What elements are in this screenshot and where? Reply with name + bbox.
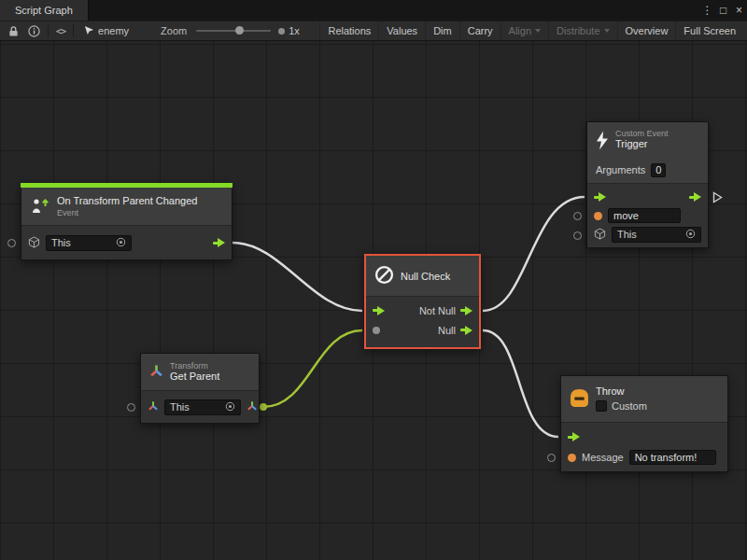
graph-toolbar: <> enemy Zoom 1x Relations Values Dim Ca… <box>0 21 747 41</box>
zoom-reset-dot[interactable] <box>278 28 285 35</box>
flow-output-port[interactable] <box>689 192 701 203</box>
node-get-parent[interactable]: Transform Get Parent This <box>140 353 260 424</box>
wire-getparent-to-nullcheck[interactable] <box>263 330 362 407</box>
lightning-bolt-icon <box>596 131 609 152</box>
throw-icon <box>570 389 589 409</box>
message-port-label: Message <box>582 452 624 463</box>
node-body: Message No transform! <box>561 423 727 471</box>
node-category: Custom Event <box>615 129 669 138</box>
script-graph-window: Script Graph ⋮ □ × <> enemy Zoom 1x <box>0 0 747 560</box>
flow-input-port[interactable] <box>373 305 385 315</box>
string-input-dot-port[interactable] <box>568 454 576 462</box>
flow-input-port[interactable] <box>594 192 606 203</box>
info-icon[interactable] <box>23 21 45 40</box>
close-icon[interactable]: × <box>731 0 747 21</box>
transform-event-icon <box>30 198 50 216</box>
zoom-value: 1x <box>289 25 300 36</box>
zoom-slider-handle[interactable] <box>235 26 244 35</box>
toolbar-divider <box>48 24 49 37</box>
node-title: Get Parent <box>170 371 219 383</box>
tab-bar: Script Graph ⋮ □ × <box>0 0 747 21</box>
node-body: This <box>21 226 232 259</box>
value-input-port[interactable] <box>7 239 16 247</box>
not-null-port-label: Not Null <box>419 305 456 316</box>
custom-checkbox[interactable] <box>596 400 607 412</box>
target-picker-icon[interactable] <box>225 401 235 413</box>
node-header: Throw Custom <box>561 376 727 423</box>
distribute-button[interactable]: Distribute <box>548 21 616 40</box>
node-on-transform-parent-changed[interactable]: On Transform Parent Changed Event This <box>21 183 233 260</box>
arguments-field[interactable]: 0 <box>651 163 666 177</box>
graph-reference[interactable]: enemy <box>77 25 136 37</box>
wire-null-to-throw[interactable] <box>483 330 558 437</box>
transform-port-icon <box>148 400 159 413</box>
node-header: Transform Get Parent <box>141 354 259 391</box>
zoom-slider[interactable] <box>196 30 271 32</box>
relations-button[interactable]: Relations <box>319 21 378 40</box>
carry-button[interactable]: Carry <box>459 21 500 40</box>
full-screen-button[interactable]: Full Screen <box>675 21 743 40</box>
overview-button[interactable]: Overview <box>617 21 676 40</box>
window-menu-icon[interactable]: ⋮ <box>699 0 715 21</box>
node-custom-event-trigger[interactable]: Custom Event Trigger Arguments 0 move <box>586 121 709 248</box>
flow-output-port[interactable] <box>213 238 225 248</box>
value-input-port[interactable] <box>127 403 135 412</box>
flow-continuation-triangle[interactable] <box>712 191 723 205</box>
value-input-port[interactable] <box>547 454 556 462</box>
node-title: On Transform Parent Changed <box>57 195 197 207</box>
node-title: Trigger <box>615 138 669 150</box>
null-output-port[interactable] <box>460 325 472 335</box>
event-name-field[interactable]: move <box>608 208 681 223</box>
graph-canvas[interactable]: On Transform Parent Changed Event This <box>0 41 747 560</box>
node-null-check[interactable]: Null Check Not Null Null <box>364 254 481 349</box>
node-body: This <box>141 391 259 423</box>
align-button[interactable]: Align <box>500 21 548 40</box>
node-category: Transform <box>170 361 219 371</box>
custom-checkbox-label: Custom <box>612 400 647 413</box>
arguments-label: Arguments <box>596 164 645 175</box>
graph-name-label: enemy <box>98 25 129 36</box>
transform-output-port[interactable] <box>247 400 258 413</box>
node-body: move This <box>587 184 708 247</box>
value-input-dot-port[interactable] <box>373 327 380 334</box>
tab-label: Script Graph <box>15 5 73 16</box>
chevron-down-icon <box>604 29 610 33</box>
lock-icon[interactable] <box>4 21 23 40</box>
node-subtitle: Event <box>57 208 197 217</box>
this-dropdown[interactable]: This <box>612 227 701 243</box>
gameobject-cube-icon <box>28 236 40 250</box>
chevron-down-icon <box>535 29 541 33</box>
this-dropdown[interactable]: This <box>164 399 241 415</box>
wire-notnull-to-trigger[interactable] <box>483 197 585 311</box>
maximize-icon[interactable]: □ <box>715 0 731 21</box>
node-body: Not Null Null <box>366 297 479 347</box>
value-input-port[interactable] <box>573 231 582 240</box>
node-title: Null Check <box>401 271 450 282</box>
null-port-label: Null <box>438 325 456 336</box>
value-input-port[interactable] <box>573 212 582 220</box>
code-view-icon[interactable]: <> <box>51 21 70 40</box>
values-button[interactable]: Values <box>378 21 425 40</box>
dim-button[interactable]: Dim <box>425 21 459 40</box>
transform-axis-icon <box>149 364 163 380</box>
toolbar-divider <box>73 24 74 37</box>
graph-pointer-icon <box>84 25 94 37</box>
not-null-output-port[interactable] <box>460 305 472 315</box>
flow-input-port[interactable] <box>568 432 580 442</box>
tab-spacer <box>89 0 699 21</box>
node-title: Throw <box>596 385 647 398</box>
string-input-dot-port[interactable] <box>594 212 602 220</box>
target-picker-icon[interactable] <box>116 237 126 249</box>
node-header: Null Check <box>366 256 479 297</box>
tab-script-graph[interactable]: Script Graph <box>0 0 89 21</box>
node-throw[interactable]: Throw Custom Message No transform! <box>560 375 728 472</box>
node-header: On Transform Parent Changed Event <box>21 188 232 226</box>
target-picker-icon[interactable] <box>685 229 696 241</box>
zoom-label: Zoom <box>161 25 187 36</box>
wire-event-to-nullcheck[interactable] <box>233 243 362 311</box>
null-check-icon <box>374 265 394 287</box>
message-field[interactable]: No transform! <box>629 450 716 465</box>
gameobject-cube-icon <box>594 228 606 242</box>
this-dropdown[interactable]: This <box>46 235 132 251</box>
node-header: Custom Event Trigger Arguments 0 <box>587 122 708 184</box>
